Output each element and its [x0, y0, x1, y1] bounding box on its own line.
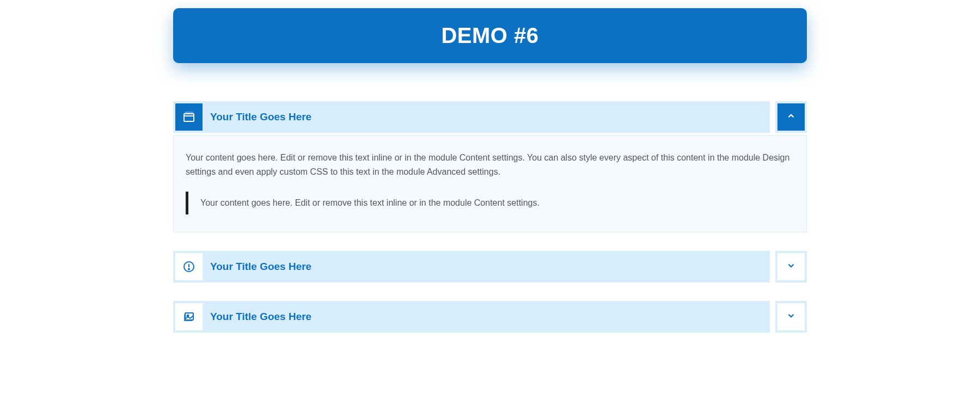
- alert-icon: [175, 253, 203, 280]
- accordion-content-paragraph: Your content goes here. Edit or remove t…: [186, 151, 794, 179]
- image-icon: [175, 303, 203, 330]
- accordion-title-label: Your Title Goes Here: [203, 311, 311, 323]
- accordion-title-label: Your Title Goes Here: [203, 111, 311, 123]
- accordion-title-bar[interactable]: Your Title Goes Here: [173, 251, 770, 282]
- accordion-title-bar[interactable]: Your Title Goes Here: [173, 101, 770, 133]
- accordion-item: Your Title Goes Here: [173, 301, 807, 333]
- svg-point-5: [188, 268, 189, 269]
- accordion-header: Your Title Goes Here: [173, 301, 807, 333]
- window-icon: [175, 103, 203, 131]
- accordion-title-label: Your Title Goes Here: [203, 261, 311, 273]
- accordion-header: Your Title Goes Here: [173, 101, 807, 133]
- accordion-toggle-button[interactable]: [775, 101, 807, 133]
- accordion-title-bar[interactable]: Your Title Goes Here: [173, 301, 770, 333]
- accordion-item: Your Title Goes Here Your content goes h…: [173, 101, 807, 232]
- chevron-down-icon: [786, 311, 796, 323]
- svg-rect-0: [184, 114, 194, 121]
- accordion-item: Your Title Goes Here: [173, 251, 807, 282]
- accordion-content: Your content goes here. Edit or remove t…: [173, 135, 807, 232]
- header-banner: DEMO #6: [173, 8, 807, 63]
- svg-rect-2: [185, 112, 193, 114]
- chevron-up-icon: [786, 111, 796, 123]
- accordion-header: Your Title Goes Here: [173, 251, 807, 282]
- page-title: DEMO #6: [184, 23, 796, 48]
- accordion-content-blockquote: Your content goes here. Edit or remove t…: [186, 192, 794, 214]
- accordion-toggle-button[interactable]: [775, 251, 807, 282]
- accordion-toggle-button[interactable]: [775, 301, 807, 333]
- chevron-down-icon: [786, 261, 796, 273]
